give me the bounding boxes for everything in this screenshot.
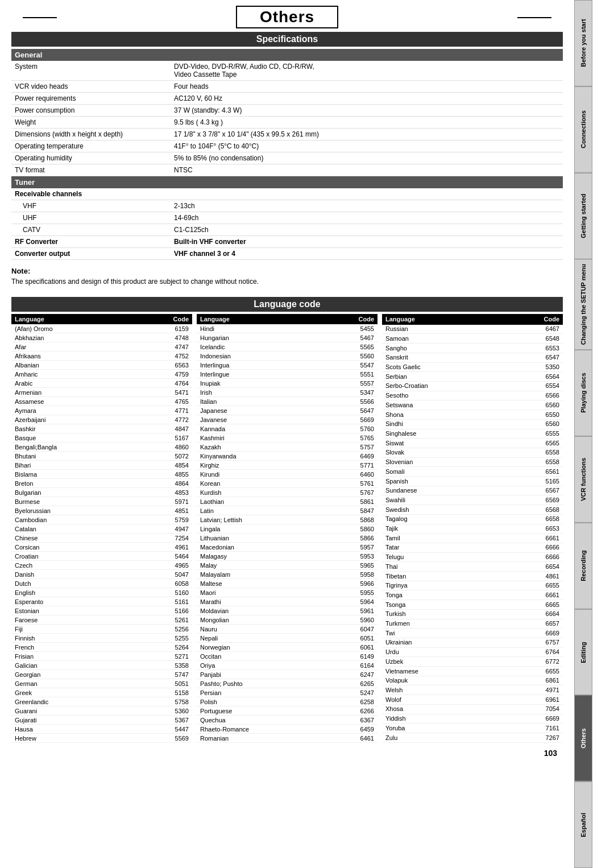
lang-code: 5569 (135, 734, 192, 743)
lang-code: 4752 (135, 352, 192, 361)
specifications-header: Specifications (11, 32, 563, 47)
spec-label-vhf: VHF (11, 200, 171, 212)
lang-name: Urdu (382, 647, 506, 657)
lang-row: Irish5347 (197, 388, 377, 397)
code-col-header: Code (326, 314, 377, 324)
lang-code: 6665 (506, 600, 563, 610)
lang-row: Lingala5860 (197, 524, 377, 534)
lang-code: 6247 (326, 670, 377, 679)
lang-code: 6159 (135, 324, 192, 333)
lang-row: Marathi5964 (197, 597, 377, 606)
sidebar-tab-7[interactable]: Editing (574, 609, 592, 696)
lang-name: Latvian; Lettish (197, 515, 326, 524)
spec-row-receivable: Receivable channels (11, 188, 563, 200)
lang-row: Tigrinya6655 (382, 581, 563, 590)
lang-row: Frisian5271 (11, 652, 192, 661)
lang-code: 5955 (326, 588, 377, 597)
spec-row-converter: Converter output VHF channel 3 or 4 (11, 248, 563, 260)
lang-code: 4847 (135, 424, 192, 433)
lang-name: Irish (197, 388, 326, 397)
lang-name: Bulgarian (11, 488, 135, 497)
lang-row: Slovak6558 (382, 448, 563, 457)
sidebar-tab-1[interactable]: Connections (574, 86, 592, 173)
lang-row: Telugu6666 (382, 552, 563, 562)
lang-code: 6461 (326, 734, 377, 743)
lang-code: 4965 (135, 561, 192, 570)
lang-code: 5264 (135, 643, 192, 652)
lang-code: 6666 (506, 543, 563, 552)
lang-name: Tatar (382, 543, 506, 552)
lang-code: 6560 (506, 400, 563, 410)
sidebar-tab-0[interactable]: Before you start (574, 0, 592, 86)
sidebar-tab-4[interactable]: Playing discs (574, 350, 592, 436)
lang-row: Occitan6149 (197, 652, 377, 661)
lang-name: Afar (11, 342, 135, 352)
lang-code: 6664 (506, 609, 563, 619)
spec-row-uhf: UHF 14-69ch (11, 212, 563, 224)
lang-name: Hungarian (197, 333, 326, 342)
lang-row: Abkhazian4748 (11, 333, 192, 342)
lang-row: Hungarian5467 (197, 333, 377, 342)
lang-name: Japanese (197, 406, 326, 415)
lang-row: Kirundi6460 (197, 470, 377, 479)
lang-name: Scots Gaelic (382, 362, 506, 372)
lang-name: Gujarati (11, 716, 135, 725)
lang-row: Finnish5255 (11, 634, 192, 643)
lang-code: 6258 (326, 697, 377, 706)
lang-row: German5051 (11, 679, 192, 688)
spec-value-power-req: AC120 V, 60 Hz (171, 93, 563, 105)
lang-row: Basque5167 (11, 433, 192, 443)
lang-row: Bulgarian4853 (11, 488, 192, 497)
lang-name: Moldavian (197, 606, 326, 615)
lang-name: Welsh (382, 685, 506, 695)
lang-name: Breton (11, 479, 135, 488)
sidebar-tab-9[interactable]: Español (574, 782, 592, 868)
lang-name: Swahili (382, 495, 506, 505)
lang-name: Bihari (11, 461, 135, 470)
lang-name: English (11, 588, 135, 597)
spec-value-power-con: 37 W (standby: 4.3 W) (171, 105, 563, 117)
lang-name: Nauru (197, 625, 326, 634)
lang-row: Singhalese6555 (382, 429, 563, 439)
lang-name: Hebrew (11, 734, 135, 743)
lang-col-header: Language (197, 314, 326, 324)
lang-row: Bengali;Bangla4860 (11, 443, 192, 452)
sidebar-tab-2[interactable]: Getting started (574, 173, 592, 259)
lang-code: 5160 (135, 588, 192, 597)
lang-row: Serbo-Croatian6554 (382, 381, 563, 391)
spec-label-converter: Converter output (11, 248, 171, 260)
lang-col-header: Language (382, 314, 506, 325)
lang-row: Cambodian5759 (11, 515, 192, 524)
sidebar-tab-8[interactable]: Others (574, 695, 592, 782)
lang-name: Malay (197, 561, 326, 570)
lang-name: Armenian (11, 388, 135, 397)
lang-row: Moldavian5961 (197, 606, 377, 615)
lang-row: Rhaeto-Romance6459 (197, 725, 377, 734)
lang-row: Sanskrit6547 (382, 353, 563, 362)
spec-value-dimensions: 17 1/8" x 3 7/8" x 10 1/4" (435 x 99.5 x… (171, 129, 563, 140)
lang-row: Javanese5669 (197, 415, 377, 424)
lang-code: 5958 (326, 570, 377, 579)
lang-code: 6548 (506, 334, 563, 344)
lang-row: Somali6561 (382, 467, 563, 477)
lang-row: Oriya6164 (197, 661, 377, 670)
tuner-header-cell: Tuner (11, 176, 563, 189)
lang-row: Tonga6661 (382, 590, 563, 600)
lang-name: Somali (382, 467, 506, 477)
lang-row: English5160 (11, 588, 192, 597)
lang-name: Inupiak (197, 379, 326, 388)
lang-code: 6558 (506, 448, 563, 457)
code-col-header: Code (506, 314, 563, 325)
lang-code: 5565 (326, 342, 377, 352)
lang-code: 4864 (135, 479, 192, 488)
sidebar-tab-6[interactable]: Recording (574, 523, 592, 609)
lang-code: 5647 (326, 406, 377, 415)
lang-code: 6661 (506, 534, 563, 543)
sidebar-tab-5[interactable]: VCR functions (574, 436, 592, 523)
note-title: Note: (11, 267, 563, 275)
language-code-section: Language code LanguageCode(Afan) Oromo61… (11, 297, 563, 743)
lang-code: 6560 (506, 419, 563, 429)
lang-row: Armenian5471 (11, 388, 192, 397)
sidebar-tab-3[interactable]: Changing the SETUP menu (574, 259, 592, 350)
lang-row: Kirghiz5771 (197, 461, 377, 470)
